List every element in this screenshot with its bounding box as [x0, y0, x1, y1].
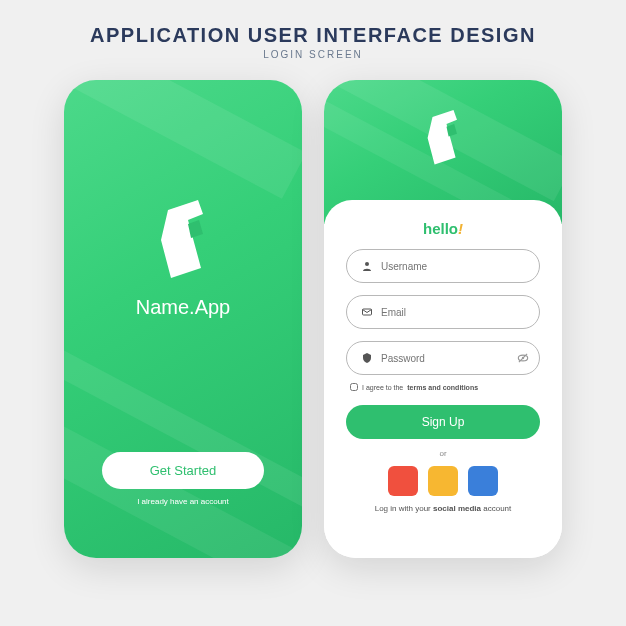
already-have-account-link[interactable]: I already have an account — [137, 497, 229, 506]
username-field[interactable] — [346, 249, 540, 283]
login-card: hello! — [324, 200, 562, 558]
phones-container: Name.App Get Started I already have an a… — [0, 80, 626, 558]
page-subtitle: LOGIN SCREEN — [0, 49, 626, 60]
hello-heading: hello! — [423, 220, 463, 237]
page-header: APPLICATION USER INTERFACE DESIGN LOGIN … — [0, 0, 626, 60]
social-login-text: Log in with your social media account — [375, 504, 512, 513]
app-name-label: Name.App — [136, 296, 231, 319]
login-screen: hello! — [324, 80, 562, 558]
app-logo-icon — [153, 200, 213, 278]
social-row — [388, 466, 498, 496]
show-password-icon[interactable] — [516, 351, 530, 365]
app-logo-small-icon — [422, 110, 464, 166]
svg-point-0 — [365, 262, 369, 266]
social-login-blue-button[interactable] — [468, 466, 498, 496]
social-login-red-button[interactable] — [388, 466, 418, 496]
terms-link[interactable]: terms and conditions — [407, 384, 478, 391]
social-login-yellow-button[interactable] — [428, 466, 458, 496]
signup-button[interactable]: Sign Up — [346, 405, 540, 439]
page-title: APPLICATION USER INTERFACE DESIGN — [0, 24, 626, 47]
splash-screen: Name.App Get Started I already have an a… — [64, 80, 302, 558]
get-started-button[interactable]: Get Started — [102, 452, 264, 489]
email-field[interactable] — [346, 295, 540, 329]
user-icon — [361, 260, 373, 272]
email-input[interactable] — [381, 307, 525, 318]
email-icon — [361, 306, 373, 318]
username-input[interactable] — [381, 261, 525, 272]
terms-checkbox-row[interactable]: I agree to the terms and conditions — [346, 383, 478, 391]
terms-checkbox[interactable] — [350, 383, 358, 391]
password-input[interactable] — [381, 353, 508, 364]
shield-icon — [361, 352, 373, 364]
password-field[interactable] — [346, 341, 540, 375]
terms-prefix: I agree to the — [362, 384, 403, 391]
or-divider: or — [439, 449, 446, 458]
